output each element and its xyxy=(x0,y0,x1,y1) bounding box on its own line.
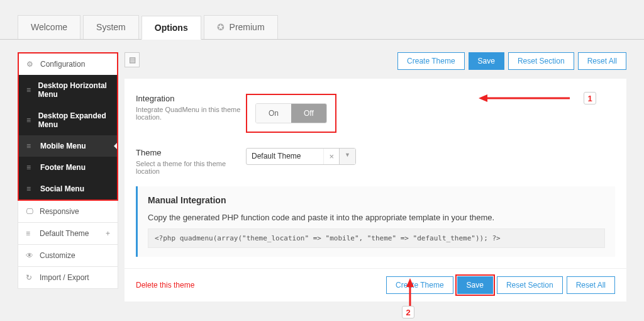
sidebar-item-customize[interactable]: 👁 Customize xyxy=(18,245,118,267)
delete-theme-link[interactable]: Delete this theme xyxy=(136,281,204,290)
monitor-icon: 🖵 xyxy=(26,207,36,216)
sidebar-item-default-theme[interactable]: ≡ Default Theme + xyxy=(18,223,118,245)
tab-premium[interactable]: ✪ Premium xyxy=(204,15,278,39)
gear-icon: ⚙ xyxy=(26,60,36,69)
sidebar-label: Desktop Horizontal Menu xyxy=(38,81,109,99)
sidebar-item-social-menu[interactable]: ≡ Social Menu xyxy=(19,178,117,200)
chevron-down-icon[interactable]: ▼ xyxy=(339,149,355,164)
theme-clear-icon[interactable]: × xyxy=(323,149,339,164)
menu-icon: ≡ xyxy=(26,142,36,150)
reset-all-button-bottom[interactable]: Reset All xyxy=(567,276,615,294)
theme-select[interactable]: Default Theme × ▼ xyxy=(246,148,356,165)
tab-options[interactable]: Options xyxy=(142,16,201,40)
sidebar-label: Desktop Expanded Menu xyxy=(38,111,109,129)
sidebar-label: Import / Export xyxy=(40,273,89,282)
integration-title: Integration xyxy=(136,94,246,103)
menu-icon: ≡ xyxy=(26,184,36,193)
bottom-toolbar: Delete this theme Create Theme Save Rese… xyxy=(125,268,626,301)
tab-system[interactable]: System xyxy=(83,15,139,39)
callout-number-2: 2 xyxy=(402,306,414,318)
manual-integration-box: Manual Integration Copy the generated PH… xyxy=(136,186,615,257)
reset-section-button-bottom[interactable]: Reset Section xyxy=(497,276,563,294)
theme-desc: Select a theme for this theme location xyxy=(136,160,246,175)
menu-icon: ≡ xyxy=(26,163,36,172)
tab-welcome[interactable]: Welcome xyxy=(18,15,80,39)
sidebar-label: Customize xyxy=(40,251,75,260)
sidebar-item-import-export[interactable]: ↻ Import / Export xyxy=(18,267,118,289)
theme-icon: ≡ xyxy=(26,229,36,238)
reset-section-button[interactable]: Reset Section xyxy=(508,52,574,70)
toggle-on[interactable]: On xyxy=(256,104,291,123)
sidebar-label: Footer Menu xyxy=(40,163,86,172)
integration-toggle[interactable]: On Off xyxy=(255,103,327,123)
sidebar-item-mobile-menu[interactable]: ≡ Mobile Menu xyxy=(19,135,117,157)
sidebar-label: Default Theme xyxy=(40,229,89,238)
content-area: ▤ Create Theme Save Reset Section Reset … xyxy=(125,52,626,301)
sidebar-item-desktop-horizontal[interactable]: ≡ Desktop Horizontal Menu xyxy=(19,75,117,105)
integration-row: Integration Integrate QuadMenu in this t… xyxy=(136,86,615,140)
top-tabs: Welcome System Options ✪ Premium xyxy=(0,0,644,40)
sidebar-item-responsive[interactable]: 🖵 Responsive xyxy=(18,201,118,223)
premium-badge-icon: ✪ xyxy=(217,22,225,32)
theme-select-value: Default Theme xyxy=(247,149,323,164)
sidebar-item-desktop-expanded[interactable]: ≡ Desktop Expanded Menu xyxy=(19,105,117,135)
plus-icon: + xyxy=(106,229,110,238)
top-toolbar: ▤ Create Theme Save Reset Section Reset … xyxy=(125,52,626,70)
integration-desc: Integrate QuadMenu in this theme locatio… xyxy=(136,106,246,121)
refresh-icon: ↻ xyxy=(26,273,36,282)
sidebar-label: Social Menu xyxy=(40,184,84,193)
options-panel: Integration Integrate QuadMenu in this t… xyxy=(125,79,626,268)
menu-icon: ≡ xyxy=(26,86,35,94)
manual-code[interactable]: <?php quadmenu(array("theme_location" =>… xyxy=(148,228,605,248)
callout-number-1: 1 xyxy=(584,92,596,104)
sidebar-label: Mobile Menu xyxy=(40,142,86,150)
theme-row: Theme Select a theme for this theme loca… xyxy=(136,140,615,183)
sidebar-item-footer-menu[interactable]: ≡ Footer Menu xyxy=(19,157,117,178)
sidebar-label: Responsive xyxy=(40,207,79,216)
manual-text: Copy the generated PHP function code and… xyxy=(148,213,605,222)
create-theme-button[interactable]: Create Theme xyxy=(397,52,464,70)
reset-all-button[interactable]: Reset All xyxy=(578,52,626,70)
menu-icon: ≡ xyxy=(26,116,35,125)
sidebar: ⚙ Configuration ≡ Desktop Horizontal Men… xyxy=(18,52,118,301)
eye-icon: 👁 xyxy=(26,251,36,260)
create-theme-button-bottom[interactable]: Create Theme xyxy=(386,276,453,294)
tab-premium-label: Premium xyxy=(230,22,265,32)
manual-title: Manual Integration xyxy=(148,195,605,205)
theme-title: Theme xyxy=(136,148,246,157)
sidebar-item-configuration[interactable]: ⚙ Configuration xyxy=(19,54,117,75)
sidebar-label: Configuration xyxy=(40,60,85,69)
sidebar-highlight-group: ⚙ Configuration ≡ Desktop Horizontal Men… xyxy=(18,52,118,201)
save-button-top[interactable]: Save xyxy=(469,52,504,70)
toggle-off[interactable]: Off xyxy=(291,104,326,123)
collapse-toggle[interactable]: ▤ xyxy=(125,52,140,67)
integration-toggle-highlight: On Off xyxy=(246,94,336,133)
save-button-bottom[interactable]: Save xyxy=(457,276,493,294)
